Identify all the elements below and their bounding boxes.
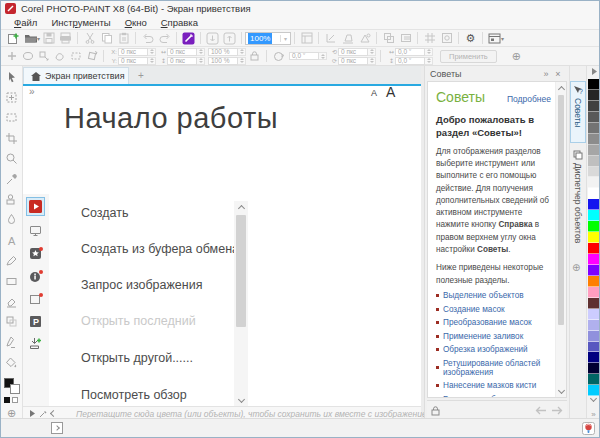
palette-swatch[interactable]	[588, 145, 599, 156]
skew-y-field[interactable]: 0,0 °	[395, 57, 425, 65]
menu-window[interactable]: Окно	[118, 17, 154, 28]
cut-button[interactable]	[81, 31, 98, 46]
mask-ellipse-button[interactable]	[20, 49, 35, 64]
palette-swatch[interactable]	[588, 112, 599, 123]
palette-swatch[interactable]	[588, 265, 599, 276]
rectangle-mask-tool-icon[interactable]	[3, 109, 21, 127]
position-y-field[interactable]: 0 пкс	[118, 57, 148, 65]
palette-swatch[interactable]	[588, 232, 599, 243]
welcome-list-scrollbar[interactable]	[234, 201, 248, 406]
font-size-large-button[interactable]: A	[386, 86, 395, 100]
forward-arrow-icon[interactable]	[551, 406, 563, 415]
palette-swatch[interactable]	[588, 243, 599, 254]
docker-collapse-icon[interactable]: »	[540, 69, 552, 79]
height-spinner[interactable]	[197, 57, 205, 65]
lock-icon[interactable]	[431, 406, 440, 416]
resample-button[interactable]	[380, 31, 397, 46]
mask-rotate-button[interactable]	[84, 49, 99, 64]
hint-link-brush-strokes[interactable]: Нанесение мазков кисти	[436, 381, 551, 390]
launcher-dropdown-caret[interactable]: ▾	[501, 35, 504, 42]
background-color-swatch[interactable]	[10, 384, 20, 394]
lock-ratio-icon[interactable]	[247, 49, 262, 64]
menu-help[interactable]: Справка	[154, 17, 205, 28]
fullscreen-preview-button[interactable]	[298, 31, 315, 46]
welcome-item-take-tour[interactable]: Посмотреть обзор	[81, 388, 187, 402]
hint-link-crop-images[interactable]: Обрезка изображений	[436, 345, 551, 354]
scroll-down-button[interactable]	[556, 385, 566, 397]
new-tab-button[interactable]: +	[135, 70, 147, 82]
tab-welcome-screen[interactable]: Экран приветствия	[23, 67, 129, 84]
hint-link-draw-objects[interactable]: Рисование объектов	[436, 395, 551, 397]
mask-scale-button[interactable]	[36, 49, 51, 64]
palette-swatch[interactable]	[588, 298, 599, 309]
palette-swatch[interactable]	[588, 123, 599, 134]
rotation-spinner[interactable]	[319, 52, 327, 60]
docker-tab-hints[interactable]: ? Советы	[570, 81, 586, 143]
width-spinner[interactable]	[197, 48, 205, 56]
welcome-collapse-icon[interactable]: »	[29, 86, 35, 97]
palette-swatch[interactable]	[588, 79, 599, 90]
font-size-small-button[interactable]: A	[371, 88, 377, 98]
eraser-tool-icon[interactable]	[3, 292, 21, 310]
zoom-tool-icon[interactable]	[3, 150, 21, 168]
nav-whats-new-icon[interactable]	[27, 245, 44, 262]
dockers-quick-customize-icon[interactable]: ⊕	[572, 262, 580, 273]
scroll-down-button[interactable]	[234, 394, 248, 406]
copy-button[interactable]	[98, 31, 115, 46]
print-button[interactable]	[57, 31, 74, 46]
palette-swatch[interactable]	[588, 188, 599, 199]
proof-colors-button[interactable]	[438, 31, 455, 46]
size-w-spinner[interactable]	[368, 48, 376, 56]
rotation-field[interactable]: 0,0 °	[289, 52, 319, 60]
nav-getting-started-icon[interactable]	[27, 198, 44, 215]
mask-freehand-button[interactable]	[52, 49, 67, 64]
y-spinner[interactable]	[148, 57, 156, 65]
eyedropper-tool-icon[interactable]	[3, 170, 21, 188]
nav-updates-icon[interactable]	[27, 335, 44, 352]
brush-tool-icon[interactable]	[3, 252, 21, 270]
scale-y-spinner[interactable]	[238, 57, 246, 65]
image-adjustment-button[interactable]	[356, 31, 373, 46]
width-field[interactable]: 0 пкс	[167, 48, 197, 56]
scale-x-spinner[interactable]	[238, 48, 246, 56]
skew-y-spinner[interactable]	[425, 57, 433, 65]
palette-scroll-left-icon[interactable]	[50, 410, 57, 417]
grid-button[interactable]	[421, 31, 438, 46]
canvas-size-button[interactable]	[397, 31, 414, 46]
palette-flyout-icon[interactable]	[29, 410, 35, 417]
size-h-spinner[interactable]	[368, 57, 376, 65]
palette-flyout-icon[interactable]	[587, 68, 600, 75]
apply-button[interactable]: Применить	[440, 50, 497, 63]
palette-swatch[interactable]	[588, 221, 599, 232]
correct-perspective-button[interactable]	[339, 31, 356, 46]
nav-membership-icon[interactable]: P	[27, 313, 44, 330]
save-button[interactable]	[40, 31, 57, 46]
new-document-button[interactable]	[5, 31, 22, 46]
palette-swatch[interactable]	[588, 156, 599, 167]
pick-tool-icon[interactable]	[3, 68, 21, 86]
palette-swatch[interactable]	[588, 101, 599, 112]
status-tool-hint-icon[interactable]	[51, 422, 63, 434]
palette-swatch[interactable]	[588, 90, 599, 101]
skew-x-field[interactable]: 0,0 °	[395, 48, 425, 56]
scroll-up-button[interactable]	[234, 201, 248, 213]
palette-swatch[interactable]	[588, 363, 599, 374]
redo-button[interactable]	[156, 31, 173, 46]
fill-tool-icon[interactable]	[3, 353, 21, 371]
text-tool-icon[interactable]: A	[3, 231, 21, 249]
palette-swatch[interactable]	[588, 199, 599, 210]
hint-link-apply-fills[interactable]: Применение заливок	[436, 332, 551, 341]
position-x-field[interactable]: 0 пкс	[118, 48, 148, 56]
zoom-dropdown-caret[interactable]: ▾	[280, 35, 290, 42]
clone-tool-icon[interactable]	[3, 190, 21, 208]
palette-swatch[interactable]	[588, 309, 599, 320]
scrollbar-thumb[interactable]	[558, 95, 564, 325]
welcome-item-new[interactable]: Создать	[81, 206, 129, 220]
palette-swatch[interactable]	[588, 352, 599, 363]
options-button[interactable]: ⚙	[462, 31, 479, 46]
palette-swatch[interactable]	[588, 254, 599, 265]
size-w-field[interactable]: 0 пкс	[338, 48, 368, 56]
docker-tab-object-manager[interactable]: Диспетчер объектов	[570, 147, 586, 255]
mask-transform-tool-icon[interactable]	[3, 88, 21, 106]
import-button[interactable]	[204, 31, 221, 46]
